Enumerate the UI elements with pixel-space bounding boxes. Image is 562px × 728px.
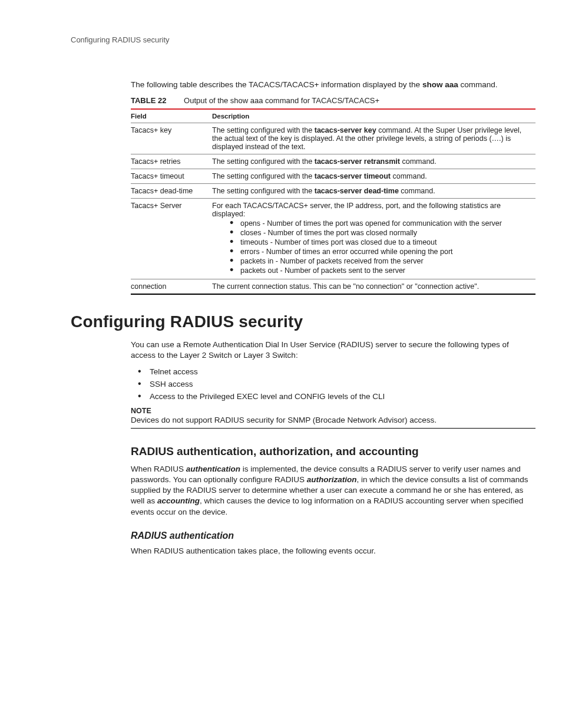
txt: The setting configured with the xyxy=(212,172,315,180)
heading-configuring-radius: Configuring RADIUS security xyxy=(71,312,535,331)
aaa-paragraph: When RADIUS authentication is implemente… xyxy=(131,464,535,518)
bold-cmd: tacacs-server timeout xyxy=(315,172,391,180)
running-header: Configuring RADIUS security xyxy=(71,35,562,44)
note-block: NOTE Devices do not support RADIUS secur… xyxy=(131,407,535,429)
table-row: Tacacs+ dead-time The setting configured… xyxy=(131,184,535,199)
table-row: Tacacs+ retries The setting configured w… xyxy=(131,154,535,169)
txt: command. xyxy=(400,157,437,166)
intro-post: command. xyxy=(458,80,498,89)
cell-desc: The setting configured with the tacacs-s… xyxy=(212,169,535,184)
table-caption: TABLE 22 Output of the show aaa command … xyxy=(131,96,535,105)
radius-intro: You can use a Remote Authentication Dial… xyxy=(131,340,535,361)
txt: The setting configured with the xyxy=(212,157,315,166)
table-row: Tacacs+ timeout The setting configured w… xyxy=(131,169,535,184)
bold-cmd: tacacs-server key xyxy=(315,126,376,134)
list-item: errors - Number of times an error occurr… xyxy=(230,248,531,256)
intro-cmd: show aaa xyxy=(422,80,458,89)
cell-desc: The setting configured with the tacacs-s… xyxy=(212,184,535,199)
list-item: timeouts - Number of times port was clos… xyxy=(230,238,531,246)
table-row: Tacacs+ Server For each TACACS/TACACS+ s… xyxy=(131,199,535,279)
auth-paragraph: When RADIUS authentication takes place, … xyxy=(131,546,535,556)
table-row: connection The current connection status… xyxy=(131,279,535,295)
col-field: Field xyxy=(131,109,212,123)
cell-field: Tacacs+ dead-time xyxy=(131,184,212,199)
note-label: NOTE xyxy=(131,407,535,415)
document-page: Configuring RADIUS security The followin… xyxy=(0,0,562,728)
cell-desc: The setting configured with the tacacs-s… xyxy=(212,154,535,169)
server-lead: For each TACACS/TACACS+ server, the IP a… xyxy=(212,202,501,218)
cell-field: Tacacs+ timeout xyxy=(131,169,212,184)
txt: The setting configured with the xyxy=(212,187,315,195)
cell-field: Tacacs+ Server xyxy=(131,199,212,279)
table-row: Tacacs+ key The setting configured with … xyxy=(131,123,535,154)
table-22: Field Description Tacacs+ key The settin… xyxy=(131,108,535,295)
bold-cmd: tacacs-server retransmit xyxy=(315,157,400,166)
list-item: SSH access xyxy=(131,380,535,388)
txt: command. xyxy=(391,172,427,180)
access-list: Telnet access SSH access Access to the P… xyxy=(131,367,535,401)
intro-paragraph: The following table describes the TACACS… xyxy=(131,80,535,90)
list-item: Access to the Privileged EXEC level and … xyxy=(131,392,535,401)
table-title: Output of the show aaa command for TACAC… xyxy=(184,96,379,105)
heading-radius-aaa: RADIUS authentication, authorization, an… xyxy=(131,445,535,458)
server-bullets: opens - Number of times the port was ope… xyxy=(212,219,531,275)
cell-desc: The current connection status. This can … xyxy=(212,279,535,295)
cell-field: Tacacs+ retries xyxy=(131,154,212,169)
txt: command. xyxy=(399,187,435,195)
list-item: packets in - Number of packets received … xyxy=(230,257,531,265)
cell-field: Tacacs+ key xyxy=(131,123,212,154)
bold-term: accounting xyxy=(157,496,200,505)
list-item: Telnet access xyxy=(131,367,535,376)
note-text: Devices do not support RADIUS security f… xyxy=(131,416,535,424)
heading-radius-auth: RADIUS authentication xyxy=(131,531,535,541)
cell-field: connection xyxy=(131,279,212,295)
intro-pre: The following table describes the TACACS… xyxy=(131,80,422,89)
list-item: opens - Number of times the port was ope… xyxy=(230,219,531,228)
list-item: packets out - Number of packets sent to … xyxy=(230,266,531,275)
col-description: Description xyxy=(212,109,535,123)
cell-desc: For each TACACS/TACACS+ server, the IP a… xyxy=(212,199,535,279)
txt: When RADIUS xyxy=(131,465,186,473)
bold-term: authorization xyxy=(307,475,357,484)
list-item: closes - Number of times the port was cl… xyxy=(230,229,531,237)
cell-desc: The setting configured with the tacacs-s… xyxy=(212,123,535,154)
txt: The setting configured with the xyxy=(212,126,315,134)
bold-term: authentication xyxy=(186,465,240,473)
bold-cmd: tacacs-server dead-time xyxy=(315,187,399,195)
table-header-row: Field Description xyxy=(131,109,535,123)
table-label: TABLE 22 xyxy=(131,96,166,105)
